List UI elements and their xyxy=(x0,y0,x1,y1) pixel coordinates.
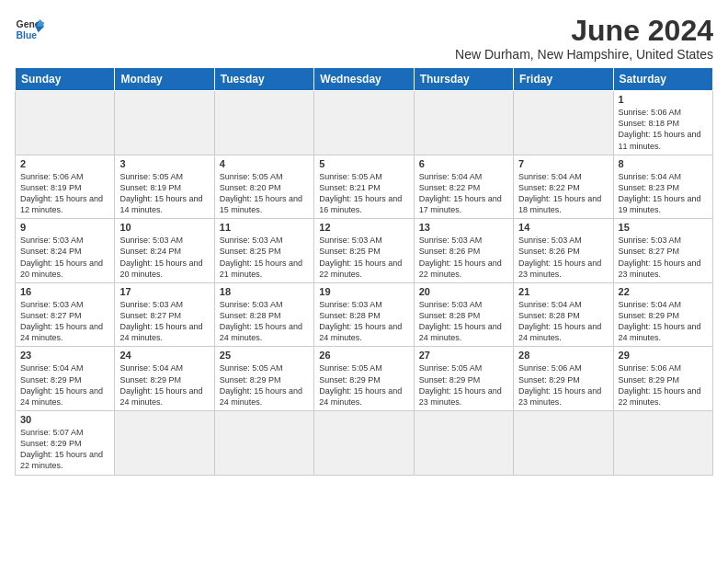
day-empty xyxy=(514,411,613,476)
header-saturday: Saturday xyxy=(613,68,712,91)
day-8: 8 Sunrise: 5:04 AMSunset: 8:23 PMDayligh… xyxy=(613,155,712,219)
day-13: 13 Sunrise: 5:03 AMSunset: 8:26 PMDaylig… xyxy=(414,219,513,283)
day-6: 6 Sunrise: 5:04 AMSunset: 8:22 PMDayligh… xyxy=(414,155,513,219)
day-empty xyxy=(414,91,513,155)
day-empty xyxy=(16,91,115,155)
day-empty xyxy=(314,411,414,476)
calendar: Sunday Monday Tuesday Wednesday Thursday… xyxy=(15,67,713,475)
day-16: 16 Sunrise: 5:03 AMSunset: 8:27 PMDaylig… xyxy=(16,282,115,347)
day-19: 19 Sunrise: 5:03 AMSunset: 8:28 PMDaylig… xyxy=(314,282,414,347)
title-block: June 2024 New Durham, New Hampshire, Uni… xyxy=(455,15,713,62)
header-friday: Friday xyxy=(514,68,613,91)
day-9: 9 Sunrise: 5:03 AMSunset: 8:24 PMDayligh… xyxy=(16,219,115,283)
page: General Blue June 2024 New Durham, New H… xyxy=(0,0,728,563)
location-title: New Durham, New Hampshire, United States xyxy=(455,47,713,62)
week-row-2: 2 Sunrise: 5:06 AMSunset: 8:19 PMDayligh… xyxy=(16,155,713,219)
day-22: 22 Sunrise: 5:04 AMSunset: 8:29 PMDaylig… xyxy=(613,282,712,347)
generalblue-logo-icon: General Blue xyxy=(15,15,44,44)
week-row-6: 30 Sunrise: 5:07 AMSunset: 8:29 PMDaylig… xyxy=(16,411,713,476)
day-24: 24 Sunrise: 5:04 AMSunset: 8:29 PMDaylig… xyxy=(115,347,214,411)
day-20: 20 Sunrise: 5:03 AMSunset: 8:28 PMDaylig… xyxy=(414,282,513,347)
day-18: 18 Sunrise: 5:03 AMSunset: 8:28 PMDaylig… xyxy=(214,282,313,347)
week-row-1: 1 Sunrise: 5:06 AMSunset: 8:18 PMDayligh… xyxy=(16,91,713,155)
header-tuesday: Tuesday xyxy=(214,68,313,91)
header: General Blue June 2024 New Durham, New H… xyxy=(15,15,713,62)
day-2: 2 Sunrise: 5:06 AMSunset: 8:19 PMDayligh… xyxy=(16,155,115,219)
day-29: 29 Sunrise: 5:06 AMSunset: 8:29 PMDaylig… xyxy=(613,347,712,411)
day-empty xyxy=(613,411,712,476)
day-12: 12 Sunrise: 5:03 AMSunset: 8:25 PMDaylig… xyxy=(314,219,414,283)
day-26: 26 Sunrise: 5:05 AMSunset: 8:29 PMDaylig… xyxy=(314,347,414,411)
week-row-5: 23 Sunrise: 5:04 AMSunset: 8:29 PMDaylig… xyxy=(16,347,713,411)
weekday-header-row: Sunday Monday Tuesday Wednesday Thursday… xyxy=(16,68,713,91)
day-10: 10 Sunrise: 5:03 AMSunset: 8:24 PMDaylig… xyxy=(115,219,214,283)
day-empty xyxy=(314,91,414,155)
day-30: 30 Sunrise: 5:07 AMSunset: 8:29 PMDaylig… xyxy=(16,411,115,476)
logo: General Blue xyxy=(15,15,44,44)
day-empty xyxy=(214,411,313,476)
week-row-4: 16 Sunrise: 5:03 AMSunset: 8:27 PMDaylig… xyxy=(16,282,713,347)
day-empty xyxy=(214,91,313,155)
day-28: 28 Sunrise: 5:06 AMSunset: 8:29 PMDaylig… xyxy=(514,347,613,411)
header-sunday: Sunday xyxy=(16,68,115,91)
week-row-3: 9 Sunrise: 5:03 AMSunset: 8:24 PMDayligh… xyxy=(16,219,713,283)
day-number: 1 xyxy=(619,94,708,105)
month-title: June 2024 xyxy=(455,15,713,47)
day-1: 1 Sunrise: 5:06 AMSunset: 8:18 PMDayligh… xyxy=(613,91,712,155)
day-4: 4 Sunrise: 5:05 AMSunset: 8:20 PMDayligh… xyxy=(214,155,313,219)
day-25: 25 Sunrise: 5:05 AMSunset: 8:29 PMDaylig… xyxy=(214,347,313,411)
day-3: 3 Sunrise: 5:05 AMSunset: 8:19 PMDayligh… xyxy=(115,155,214,219)
day-info: Sunrise: 5:06 AMSunset: 8:18 PMDaylight:… xyxy=(619,107,708,152)
day-empty xyxy=(115,91,214,155)
day-23: 23 Sunrise: 5:04 AMSunset: 8:29 PMDaylig… xyxy=(16,347,115,411)
day-empty xyxy=(414,411,513,476)
header-monday: Monday xyxy=(115,68,214,91)
svg-text:Blue: Blue xyxy=(17,30,38,40)
day-empty xyxy=(514,91,613,155)
day-5: 5 Sunrise: 5:05 AMSunset: 8:21 PMDayligh… xyxy=(314,155,414,219)
day-27: 27 Sunrise: 5:05 AMSunset: 8:29 PMDaylig… xyxy=(414,347,513,411)
day-21: 21 Sunrise: 5:04 AMSunset: 8:28 PMDaylig… xyxy=(514,282,613,347)
header-thursday: Thursday xyxy=(414,68,513,91)
day-14: 14 Sunrise: 5:03 AMSunset: 8:26 PMDaylig… xyxy=(514,219,613,283)
day-11: 11 Sunrise: 5:03 AMSunset: 8:25 PMDaylig… xyxy=(214,219,313,283)
day-7: 7 Sunrise: 5:04 AMSunset: 8:22 PMDayligh… xyxy=(514,155,613,219)
header-wednesday: Wednesday xyxy=(314,68,414,91)
day-15: 15 Sunrise: 5:03 AMSunset: 8:27 PMDaylig… xyxy=(613,219,712,283)
day-empty xyxy=(115,411,214,476)
day-17: 17 Sunrise: 5:03 AMSunset: 8:27 PMDaylig… xyxy=(115,282,214,347)
